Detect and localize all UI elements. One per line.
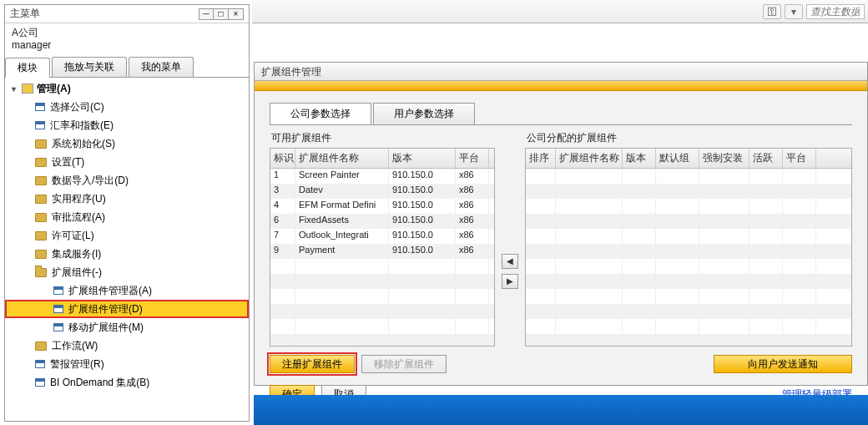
table-row[interactable]	[526, 304, 851, 319]
table-row[interactable]	[270, 259, 494, 274]
cell: 910.150.0	[389, 214, 456, 229]
cell	[623, 259, 656, 274]
cell: x86	[456, 169, 489, 184]
tree-item[interactable]: 扩展组件(-)	[5, 263, 249, 281]
cell	[526, 274, 556, 289]
col-platform[interactable]: 平台	[456, 149, 489, 168]
table-row[interactable]: 6FixedAssets910.150.0x86	[270, 214, 494, 229]
register-addon-button[interactable]: 注册扩展组件	[270, 355, 355, 373]
maximize-icon[interactable]: □	[214, 8, 229, 20]
cell: x86	[456, 244, 489, 259]
table-row[interactable]: 3Datev910.150.0x86	[270, 184, 494, 199]
table-row[interactable]	[526, 199, 851, 214]
cell: 1	[270, 169, 295, 184]
cell	[526, 214, 556, 229]
cell	[749, 184, 783, 199]
folder-icon	[35, 213, 47, 222]
tree-item[interactable]: BI OnDemand 集成(B)	[5, 373, 249, 392]
table-row[interactable]	[270, 304, 494, 319]
tree-item[interactable]: 许可证(L)	[5, 226, 249, 245]
folder-icon	[35, 176, 47, 185]
tree-item[interactable]: 移动扩展组件(M)	[5, 318, 249, 336]
search-input[interactable]	[806, 4, 865, 19]
tab-company-params[interactable]: 公司参数选择	[270, 103, 371, 124]
tree-item[interactable]: 扩展组件管理器(A)	[5, 281, 249, 300]
table-row[interactable]	[526, 259, 851, 274]
table-row[interactable]	[270, 334, 494, 347]
cell	[749, 259, 783, 274]
tree-item[interactable]: 集成服务(I)	[5, 245, 249, 263]
tree-item-label: 工作流(W)	[52, 339, 98, 353]
col-force[interactable]: 强制安装	[699, 149, 749, 168]
tree-item[interactable]: 设置(T)	[5, 153, 249, 171]
cell	[526, 319, 556, 334]
remove-addon-button: 移除扩展组件	[361, 355, 447, 373]
move-left-button[interactable]: ◀	[502, 254, 518, 269]
table-row[interactable]	[526, 184, 851, 199]
tree-item[interactable]: 系统初始化(S)	[5, 134, 249, 153]
tree-item[interactable]: 选择公司(C)	[5, 98, 249, 116]
available-addons-grid[interactable]: 标识 扩展组件名称 版本 平台 1Screen Painter910.150.0…	[270, 148, 495, 347]
grid-header: 标识 扩展组件名称 版本 平台	[270, 149, 494, 169]
tab-modules[interactable]: 模块	[5, 58, 50, 78]
col-id[interactable]: 标识	[270, 149, 295, 168]
dropdown-icon[interactable]: ▾	[785, 4, 803, 19]
table-row[interactable]	[270, 274, 494, 289]
tree-item[interactable]: 审批流程(A)	[5, 208, 249, 226]
tree-root[interactable]: ▾ 管理(A)	[5, 79, 249, 98]
table-row[interactable]	[526, 229, 851, 244]
table-row[interactable]	[526, 244, 851, 259]
col-version[interactable]: 版本	[389, 149, 456, 168]
cell	[556, 229, 623, 244]
collapse-icon[interactable]: ▾	[8, 83, 18, 94]
tree-item[interactable]: 警报管理(R)	[5, 355, 249, 373]
cell	[295, 319, 389, 334]
minimize-icon[interactable]: ─	[199, 8, 214, 20]
close-icon[interactable]: ×	[229, 8, 244, 20]
tab-mymenu[interactable]: 我的菜单	[129, 57, 194, 77]
tree-item[interactable]: 实用程序(U)	[5, 190, 249, 208]
table-row[interactable]	[526, 274, 851, 289]
menu-tree: ▾ 管理(A) 选择公司(C)汇率和指数(E)系统初始化(S)设置(T)数据导入…	[5, 78, 249, 393]
key-icon[interactable]: ⚿	[763, 4, 781, 19]
cell	[783, 229, 816, 244]
cell	[656, 259, 699, 274]
cell: 9	[270, 244, 295, 259]
cell	[556, 259, 623, 274]
table-row[interactable]	[270, 289, 494, 304]
col-default[interactable]: 默认组	[656, 149, 699, 168]
table-row[interactable]	[526, 289, 851, 304]
col-order[interactable]: 排序	[526, 149, 556, 168]
table-row[interactable]	[526, 334, 851, 347]
col-platform2[interactable]: 平台	[783, 149, 816, 168]
assigned-addons-grid[interactable]: 排序 扩展组件名称 版本 默认组 强制安装 活跃 平台	[525, 148, 852, 347]
col-active[interactable]: 活跃	[749, 149, 783, 168]
col-version2[interactable]: 版本	[623, 149, 656, 168]
tree-item[interactable]: 工作流(W)	[5, 336, 249, 355]
tab-dragdrop[interactable]: 拖放与关联	[52, 57, 127, 77]
tree-item[interactable]: 汇率和指数(E)	[5, 116, 249, 134]
table-row[interactable]: 9Payment910.150.0x86	[270, 244, 494, 259]
col-name2[interactable]: 扩展组件名称	[556, 149, 623, 168]
inner-tabs: 公司参数选择 用户参数选择	[270, 103, 867, 124]
cell: EFM Format Defini	[295, 199, 389, 214]
notify-users-button[interactable]: 向用户发送通知	[714, 355, 852, 373]
tree-item[interactable]: 扩展组件管理(D)	[5, 300, 249, 318]
move-right-button[interactable]: ▶	[502, 274, 518, 289]
table-row[interactable]	[526, 319, 851, 334]
table-row[interactable]: 1Screen Painter910.150.0x86	[270, 169, 494, 184]
tree-item-label: 集成服务(I)	[52, 247, 101, 261]
folder-icon	[35, 139, 47, 149]
col-name[interactable]: 扩展组件名称	[295, 149, 389, 168]
table-row[interactable]: 4EFM Format Defini910.150.0x86	[270, 199, 494, 214]
tree-item-label: 警报管理(R)	[50, 357, 104, 372]
tab-user-params[interactable]: 用户参数选择	[373, 103, 475, 124]
gold-strip	[255, 81, 867, 91]
table-row[interactable]: 7Outlook_Integrati910.150.0x86	[270, 229, 494, 244]
table-row[interactable]	[526, 214, 851, 229]
panel-title: 主菜单	[10, 7, 40, 21]
cell	[749, 319, 783, 334]
table-row[interactable]	[270, 319, 494, 334]
table-row[interactable]	[526, 169, 851, 184]
tree-item[interactable]: 数据导入/导出(D)	[5, 171, 249, 190]
